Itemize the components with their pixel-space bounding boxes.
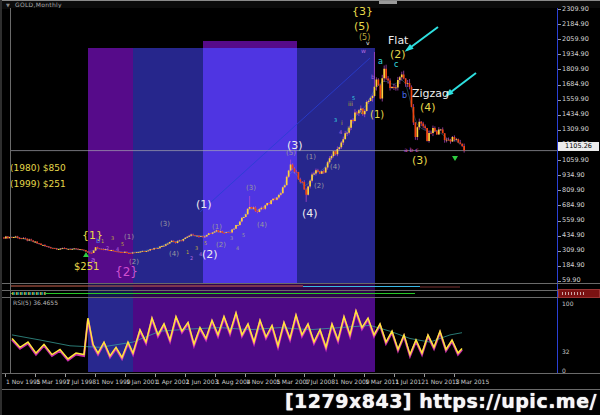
wave-annotation: 4 [339, 130, 342, 135]
date-tick-mark [334, 374, 335, 377]
date-tick-mark [424, 374, 425, 377]
wave-annotation: 2 [106, 246, 109, 251]
price-tick-mark [558, 205, 561, 206]
price-tick-mark [558, 9, 561, 10]
price-tick-label: 1809.90 [562, 66, 589, 73]
wave-annotation: 1 [101, 239, 104, 244]
price-scale-border [557, 8, 558, 389]
wave-annotation: (2) [129, 259, 139, 266]
price-tick-mark [558, 100, 561, 101]
indicator-scale-label: 0 [562, 367, 566, 374]
panel-separator-line[interactable] [2, 290, 600, 291]
wave-annotation: (1999) $251 [10, 180, 66, 189]
price-scale[interactable]: 2309.902184.902059.901934.901809.901684.… [558, 8, 600, 389]
wave-annotation: b [96, 238, 100, 245]
wave-annotation: (2) [390, 49, 406, 60]
wave-annotation: 5 [352, 96, 355, 101]
wave-annotation: 3 [334, 118, 337, 123]
indicator-scale-label: 100 [562, 300, 573, 307]
wave-annotation: 5 [121, 242, 124, 247]
price-tick-label: 309.90 [562, 247, 585, 254]
wave-annotation: (4) [330, 164, 340, 171]
price-tick-label: 434.90 [562, 232, 585, 239]
date-tick-mark [215, 374, 216, 377]
rsi-signal-line [12, 325, 462, 347]
wave-annotation: v [366, 40, 370, 46]
date-label: 1 Jul 1998 [66, 378, 96, 385]
price-tick-label: 2309.90 [562, 6, 589, 13]
wave-annotation: (5) [354, 21, 370, 32]
price-tick-mark [558, 39, 561, 40]
rsi-main-line [12, 311, 462, 359]
trading-chart-window: ▼ GOLD,Monthly {3}(5)(5)Flat(2)vwacbZigz… [0, 0, 600, 415]
date-tick-mark [454, 374, 455, 377]
price-tick-label: 934.90 [562, 172, 585, 179]
date-tick-mark [275, 374, 276, 377]
price-tick-label: 184.90 [562, 262, 585, 269]
date-label: 1 Jul 2008 [305, 378, 335, 385]
price-tick-label: 1684.90 [562, 81, 589, 88]
wave-annotation: 3 [195, 246, 198, 251]
panel-separator-line[interactable] [2, 283, 600, 284]
wave-annotation: (3) [246, 185, 256, 192]
price-tick-label: 1934.90 [562, 51, 589, 58]
panel-separator-line[interactable] [2, 297, 600, 298]
price-tick-label: 684.90 [562, 202, 585, 209]
wave-annotation: b [371, 74, 375, 80]
date-tick-mark [95, 374, 96, 377]
date-label: 1 Jan 2001 [126, 378, 158, 385]
wave-annotation: (2) [314, 183, 324, 190]
date-tick-mark [65, 374, 66, 377]
wave-annotation: a [378, 58, 383, 66]
date-label: 1 Jun 2003 [186, 378, 218, 385]
candlestick-canvas[interactable] [0, 0, 600, 415]
bull-candles [6, 69, 456, 254]
chart-left-border [10, 8, 11, 389]
price-tick-label: 2184.90 [562, 21, 589, 28]
wave-annotation: iii [348, 101, 353, 107]
wave-annotation: (1980) $850 [10, 164, 66, 173]
wave-annotation: 5 [204, 241, 207, 246]
wave-annotation: (1) [370, 110, 384, 120]
price-tick-mark [558, 24, 561, 25]
date-tick-mark [5, 374, 6, 377]
wave-annotation: 2 [190, 256, 193, 261]
wave-annotation: b [402, 92, 407, 100]
indicator-value-box [558, 289, 600, 298]
price-tick-mark [558, 190, 561, 191]
wave-annotation: {3} [352, 6, 373, 17]
price-tick-label: 1559.90 [562, 96, 589, 103]
date-tick-mark [394, 374, 395, 377]
wave-annotation: (1) [196, 199, 212, 210]
price-tick-label: 559.90 [562, 217, 585, 224]
date-tick-mark [155, 374, 156, 377]
wave-annotation: (1) [306, 154, 316, 161]
watermark-text: [1279x843] https://upic.me/ [285, 390, 597, 412]
date-label: 1 Mar 2015 [455, 378, 489, 385]
price-tick-mark [558, 85, 561, 86]
price-tick-label: 1434.90 [562, 111, 589, 118]
price-tick-mark [558, 175, 561, 176]
price-tick-mark [558, 266, 561, 267]
price-tick-mark [558, 236, 561, 237]
price-tick-label: 1309.90 [562, 126, 589, 133]
date-tick-mark [304, 374, 305, 377]
price-tick-mark [558, 281, 561, 282]
date-label: 1 Jul 2012 [395, 378, 425, 385]
current-price-box: 1105.26 [558, 142, 599, 151]
date-tick-mark [125, 374, 126, 377]
wave-annotation: Zigzag [412, 88, 449, 99]
rsi-indicator-label: RSI(5) 36.4655 [13, 299, 58, 306]
wave-annotation: {2} [115, 266, 138, 278]
date-axis[interactable]: 1 Nov 19951 Mar 19971 Jul 19981 Nov 1999… [2, 374, 600, 389]
wave-annotation: (1) [124, 234, 134, 241]
date-label: 1 Apr 2002 [156, 378, 189, 385]
moving-average-line [8, 80, 460, 253]
date-tick-mark [35, 374, 36, 377]
wave-annotation: 5 [242, 233, 245, 238]
wave-annotation: 3 [111, 236, 114, 241]
wave-annotation: 3 [230, 236, 233, 241]
wave-annotation: $251 [74, 262, 99, 272]
price-tick-label: 1059.90 [562, 157, 589, 164]
date-tick-mark [185, 374, 186, 377]
